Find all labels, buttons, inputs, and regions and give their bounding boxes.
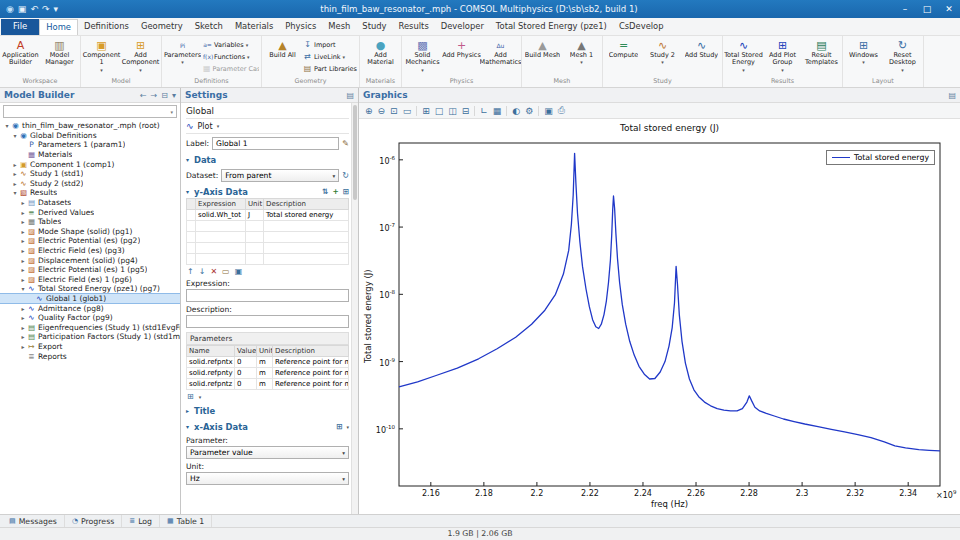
ribbon-button-study-2[interactable]: ∿Study 2▾ bbox=[643, 37, 682, 76]
settings-scrollbar-thumb[interactable] bbox=[353, 105, 357, 200]
table-row[interactable]: solid.refpnty0mReference point for mom..… bbox=[187, 368, 349, 379]
table-cell[interactable]: solid.Wh_tot bbox=[196, 210, 246, 221]
menu-tab-home[interactable]: Home bbox=[39, 19, 78, 35]
table-cell[interactable] bbox=[187, 232, 196, 243]
table-cell[interactable] bbox=[187, 221, 196, 232]
ribbon-button-compute[interactable]: =Compute bbox=[604, 37, 643, 76]
table-empty-row[interactable] bbox=[187, 221, 349, 232]
expander-closed-icon[interactable]: ▸ bbox=[19, 333, 27, 340]
title-section-header[interactable]: ▸ Title bbox=[186, 404, 349, 417]
forward-icon[interactable]: → bbox=[151, 91, 158, 100]
ribbon-button-livelink[interactable]: ⇄LiveLink▾ bbox=[303, 51, 357, 62]
expander-closed-icon[interactable]: ▸ bbox=[19, 209, 27, 216]
tree-item[interactable]: ▸∿Study 1 (std1) bbox=[0, 169, 180, 179]
ribbon-button-result-templates[interactable]: ▤Result Templates bbox=[802, 37, 841, 76]
table-cell[interactable]: 0 bbox=[235, 368, 257, 379]
add-expression-icon[interactable]: + bbox=[332, 187, 338, 196]
parameter-select[interactable]: Parameter value▾ bbox=[186, 446, 349, 459]
chevron-down-icon[interactable]: ▾ bbox=[346, 424, 349, 430]
tree-item[interactable]: ▾◉thin_film_baw_resonator_.mph (root) bbox=[0, 121, 180, 131]
data-section-header[interactable]: ▾ Data bbox=[186, 153, 349, 166]
table-cell[interactable]: J bbox=[246, 210, 264, 221]
redo-icon[interactable]: ↷ bbox=[42, 0, 50, 18]
minimize-button[interactable]: – bbox=[894, 0, 916, 18]
file-menu-button[interactable]: File bbox=[1, 19, 39, 35]
settings-scrollbar[interactable] bbox=[351, 103, 358, 514]
table-cell[interactable]: solid.refpnty bbox=[187, 368, 235, 379]
titlebar-menu-icon[interactable]: ▾ bbox=[53, 0, 58, 18]
expander-closed-icon[interactable]: ▸ bbox=[19, 343, 27, 350]
expression-field[interactable] bbox=[186, 289, 349, 302]
table-cell[interactable] bbox=[264, 243, 349, 254]
tree-item[interactable]: PParameters 1 (param1) bbox=[0, 140, 180, 150]
table-cell[interactable] bbox=[196, 254, 246, 265]
zoom-box-icon[interactable]: ▭ bbox=[403, 106, 412, 116]
expander-closed-icon[interactable]: ▸ bbox=[19, 266, 27, 273]
view-split-v-icon[interactable]: ⊟ bbox=[462, 106, 470, 116]
grid-icon[interactable]: ▦ bbox=[493, 106, 502, 116]
table-cell[interactable]: 0 bbox=[235, 379, 257, 390]
menu-tab-developer[interactable]: Developer bbox=[435, 19, 490, 35]
menu-tab-study[interactable]: Study bbox=[356, 19, 392, 35]
table-cell[interactable] bbox=[264, 221, 349, 232]
expander-closed-icon[interactable]: ▸ bbox=[11, 161, 19, 168]
table-cell[interactable] bbox=[187, 254, 196, 265]
expander-closed-icon[interactable]: ▸ bbox=[19, 237, 27, 244]
ribbon-button-build-all[interactable]: ▲Build All bbox=[263, 37, 302, 76]
table-cell[interactable]: Reference point for mom... bbox=[273, 368, 349, 379]
tree-item[interactable]: ▸▤Eigenfrequencies (Study 1) (std1EvgFrq… bbox=[0, 322, 180, 332]
table-cell[interactable]: Total stored energy bbox=[264, 210, 349, 221]
axes-icon[interactable]: ∟ bbox=[480, 106, 488, 116]
tree-item[interactable]: ▸▨Electric Field (es) (pg3) bbox=[0, 246, 180, 256]
expander-closed-icon[interactable]: ▸ bbox=[19, 218, 27, 225]
ribbon-button-parameter-case[interactable]: ▦Parameter Case bbox=[203, 63, 259, 74]
ribbon-button-mesh-1[interactable]: ▲Mesh 1▾ bbox=[562, 37, 601, 76]
parameters-menu-icon[interactable]: ⊞ bbox=[187, 392, 194, 401]
collapse-all-icon[interactable]: ⊟ bbox=[161, 91, 168, 100]
maximize-button[interactable]: □ bbox=[916, 0, 938, 18]
dock-tab-log[interactable]: ≣Log bbox=[122, 515, 160, 527]
view-grid-icon[interactable]: ⊞ bbox=[422, 106, 430, 116]
ribbon-button-add-physics[interactable]: +Add Physics bbox=[442, 37, 481, 76]
tree-item[interactable]: ▸▤Participation Factors (Study 1) (std1m… bbox=[0, 332, 180, 342]
tree-item[interactable]: ▦Materials bbox=[0, 150, 180, 160]
tree-item[interactable]: ▸▣Component 1 (comp1) bbox=[0, 159, 180, 169]
move-rows-icon[interactable]: ⇅ bbox=[322, 187, 328, 196]
ribbon-button-total-stored-energy-pze-[interactable]: ∿Total Stored Energy (pze...▾ bbox=[724, 37, 763, 76]
tree-item[interactable]: ▸▤Datasets bbox=[0, 198, 180, 208]
table-cell[interactable] bbox=[187, 243, 196, 254]
undo-icon[interactable]: ↶ bbox=[30, 0, 38, 18]
table-cell[interactable] bbox=[196, 243, 246, 254]
table-row[interactable]: solid.refpntz0mReference point for mom..… bbox=[187, 379, 349, 390]
expander-closed-icon[interactable]: ▸ bbox=[11, 170, 19, 177]
menu-tab-mesh[interactable]: Mesh bbox=[322, 19, 356, 35]
ribbon-button-add-component[interactable]: ⊞Add Component▾ bbox=[121, 37, 160, 76]
chevron-down-icon[interactable]: ▾ bbox=[199, 394, 202, 400]
tree-filter-box[interactable]: ▾ bbox=[3, 105, 177, 118]
expander-open-icon[interactable]: ▾ bbox=[3, 122, 11, 129]
table-cell[interactable] bbox=[246, 221, 264, 232]
print-icon[interactable]: ⎙ bbox=[558, 105, 565, 116]
table-empty-row[interactable] bbox=[187, 232, 349, 243]
ribbon-button-functions[interactable]: f(x)Functions▾ bbox=[203, 51, 259, 62]
model-builder-menu-icon[interactable]: ▾ bbox=[172, 91, 176, 100]
x-axis-options-icon[interactable]: ⊞ bbox=[336, 422, 342, 431]
tree-item[interactable]: ▾∿Total Stored Energy (pze1) (pg7) bbox=[0, 284, 180, 294]
ribbon-button-add-plot-group[interactable]: ⊞Add Plot Group▾ bbox=[763, 37, 802, 76]
ribbon-button-application-builder[interactable]: AApplication Builder bbox=[1, 37, 40, 76]
tree-filter-input[interactable] bbox=[7, 107, 168, 116]
dock-tab-table-1[interactable]: ▦Table 1 bbox=[160, 515, 212, 527]
zoom-out-icon[interactable]: ⊖ bbox=[378, 106, 386, 116]
view-split-h-icon[interactable]: ◫ bbox=[448, 106, 457, 116]
scene-settings-icon[interactable]: ⚙ bbox=[525, 106, 533, 116]
table-cell[interactable]: m bbox=[257, 368, 273, 379]
expander-closed-icon[interactable]: ▸ bbox=[11, 180, 19, 187]
graphics-menu-icon[interactable]: ▤ bbox=[948, 91, 956, 100]
expander-closed-icon[interactable]: ▸ bbox=[19, 228, 27, 235]
expander-open-icon[interactable]: ▾ bbox=[11, 132, 19, 139]
plot-canvas[interactable] bbox=[359, 119, 960, 514]
comsol-logo-icon[interactable]: ◉ bbox=[6, 0, 14, 18]
ribbon-button-reset-desktop[interactable]: ↻Reset Desktop▾ bbox=[883, 37, 922, 76]
menu-tab-definitions[interactable]: Definitions bbox=[78, 19, 135, 35]
ribbon-button-model-manager[interactable]: ▥Model Manager bbox=[40, 37, 79, 76]
